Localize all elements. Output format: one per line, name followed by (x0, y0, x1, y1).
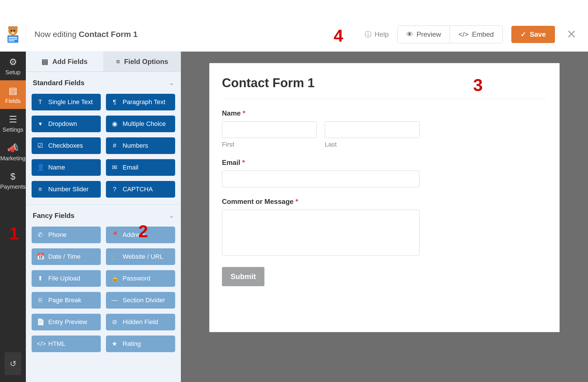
field-file-upload[interactable]: ⬆File Upload (32, 270, 101, 287)
hash-icon: # (111, 142, 118, 149)
field-number-slider[interactable]: ≡Number Slider (32, 181, 101, 198)
first-sublabel: First (222, 141, 317, 148)
field-checkboxes[interactable]: ☑Checkboxes (32, 137, 101, 154)
comment-label: Comment or Message * (222, 198, 547, 206)
fields-panel: ▤ Add Fields ≡ Field Options Standard Fi… (26, 52, 181, 382)
chevron-down-icon: ⌄ (169, 79, 174, 86)
upload-icon: ⬆ (37, 275, 44, 282)
svg-rect-9 (9, 40, 14, 41)
phone-icon: ✆ (37, 231, 44, 239)
form-title: Contact Form 1 (222, 76, 547, 99)
field-paragraph-text[interactable]: ¶Paragraph Text (106, 94, 175, 110)
gear-icon: ⚙ (9, 56, 17, 67)
history-icon: ↺ (10, 359, 16, 369)
svg-point-5 (11, 32, 15, 34)
nav-marketing[interactable]: 📣 Marketing (0, 138, 26, 166)
submit-button[interactable]: Submit (222, 267, 264, 286)
user-icon: 👤 (37, 164, 44, 171)
svg-point-3 (11, 30, 12, 32)
tab-field-options[interactable]: ≡ Field Options (103, 52, 181, 71)
field-numbers[interactable]: #Numbers (106, 137, 175, 154)
pin-icon: 📍 (111, 231, 118, 239)
field-phone[interactable]: ✆Phone (32, 227, 101, 243)
help-icon: ⓘ (365, 30, 372, 39)
slider-icon: ≡ (37, 186, 44, 193)
field-section-divider[interactable]: —Section Divider (106, 292, 175, 309)
preview-embed-group: 👁 Preview </> Embed (397, 26, 503, 43)
star-icon: ★ (111, 340, 118, 348)
fancy-fields-grid: ✆Phone 📍Address 📅Date / Time 🔗Website / … (26, 223, 181, 359)
field-single-line-text[interactable]: TSingle Line Text (32, 94, 101, 110)
field-page-break[interactable]: ⎘Page Break (32, 292, 101, 309)
html-icon: </> (37, 340, 44, 348)
standard-fields-grid: TSingle Line Text ¶Paragraph Text ▾Dropd… (26, 90, 181, 204)
nav-setup[interactable]: ⚙ Setup (0, 52, 26, 80)
divider-icon: — (111, 297, 118, 304)
preview-area: Contact Form 1 Name * First Last (181, 52, 588, 382)
field-multiple-choice[interactable]: ◉Multiple Choice (106, 116, 175, 132)
mail-icon: ✉ (111, 164, 118, 171)
form-canvas[interactable]: Contact Form 1 Name * First Last (209, 63, 560, 332)
svg-rect-7 (9, 37, 17, 38)
field-name[interactable]: 👤Name (32, 159, 101, 176)
first-name-input[interactable] (222, 121, 317, 138)
field-rating[interactable]: ★Rating (106, 336, 175, 352)
nav-payments[interactable]: $ Payments (0, 166, 26, 195)
dollar-icon: $ (10, 171, 16, 182)
embed-button[interactable]: </> Embed (450, 26, 502, 43)
preview-button[interactable]: 👁 Preview (398, 26, 450, 43)
save-button[interactable]: ✓ Save (511, 26, 555, 43)
form-name: Contact Form 1 (79, 30, 138, 39)
field-html[interactable]: </>HTML (32, 336, 101, 352)
svg-point-2 (14, 26, 18, 30)
field-email[interactable]: ✉Email (106, 159, 175, 176)
captcha-icon: ? (111, 186, 118, 193)
field-password[interactable]: 🔒Password (106, 270, 175, 287)
calendar-icon: 📅 (37, 253, 44, 260)
sliders-icon: ≡ (116, 58, 120, 66)
megaphone-icon: 📣 (7, 143, 19, 153)
form-icon: ▤ (42, 58, 48, 66)
field-website-url[interactable]: 🔗Website / URL (106, 248, 175, 265)
field-dropdown[interactable]: ▾Dropdown (32, 116, 101, 132)
now-editing-label: Now editing Contact Form 1 (34, 30, 138, 39)
email-input[interactable] (222, 171, 419, 187)
field-date-time[interactable]: 📅Date / Time (32, 248, 101, 265)
tab-add-fields[interactable]: ▤ Add Fields (26, 52, 103, 71)
help-link[interactable]: ⓘ Help (365, 30, 388, 39)
sliders-icon: ☰ (9, 114, 17, 125)
nav-settings[interactable]: ☰ Settings (0, 109, 26, 138)
code-icon: </> (459, 30, 469, 38)
app-logo[interactable] (0, 23, 26, 46)
field-address[interactable]: 📍Address (106, 227, 175, 243)
field-captcha[interactable]: ?CAPTCHA (106, 181, 175, 198)
comment-textarea[interactable] (222, 210, 419, 256)
hidden-icon: ⊘ (111, 318, 118, 326)
standard-fields-heading[interactable]: Standard Fields ⌄ (26, 72, 181, 90)
last-sublabel: Last (325, 141, 419, 148)
nav-fields[interactable]: ▤ Fields (0, 80, 26, 109)
check-icon: ✓ (521, 30, 526, 38)
radio-icon: ◉ (111, 120, 118, 128)
field-hidden[interactable]: ⊘Hidden Field (106, 314, 175, 330)
svg-point-4 (13, 30, 15, 32)
bear-icon (3, 24, 23, 44)
list-icon: ▤ (9, 85, 17, 96)
svg-rect-8 (9, 39, 17, 40)
close-icon[interactable]: ✕ (566, 27, 577, 41)
svg-point-1 (8, 26, 11, 30)
preview-icon: 📄 (37, 318, 44, 326)
text-icon: T (37, 98, 44, 106)
email-label: Email * (222, 159, 547, 167)
dropdown-icon: ▾ (37, 120, 44, 128)
link-icon: 🔗 (111, 253, 118, 260)
lock-icon: 🔒 (111, 275, 118, 282)
history-button[interactable]: ↺ (5, 352, 21, 375)
name-label: Name * (222, 109, 547, 117)
pagebreak-icon: ⎘ (37, 297, 44, 304)
last-name-input[interactable] (325, 121, 419, 138)
fancy-fields-heading[interactable]: Fancy Fields ⌄ (26, 204, 181, 223)
topbar: Now editing Contact Form 1 ⓘ Help 👁 Prev… (0, 17, 588, 52)
field-entry-preview[interactable]: 📄Entry Preview (32, 314, 101, 330)
left-nav: ⚙ Setup ▤ Fields ☰ Settings 📣 Marketing … (0, 52, 26, 382)
